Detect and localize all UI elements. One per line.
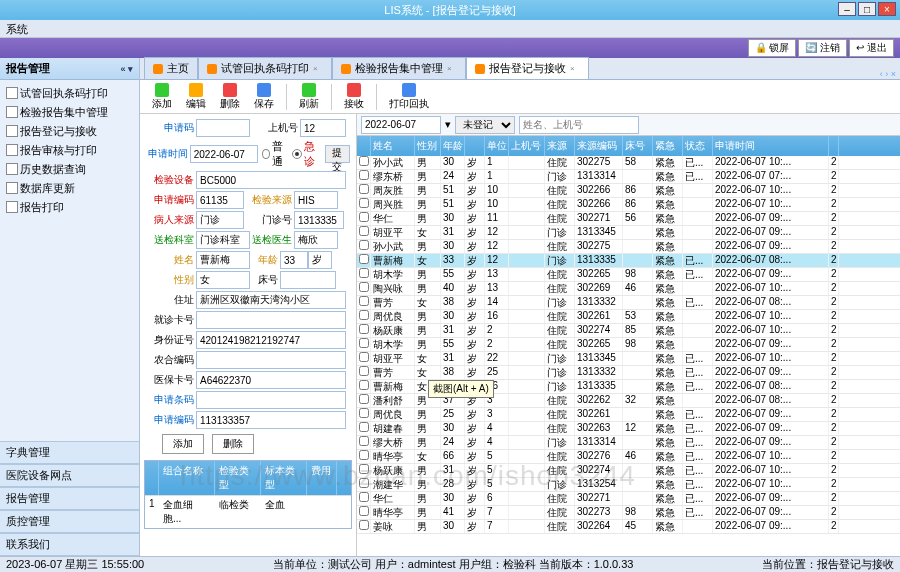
row-checkbox[interactable] [359,324,369,334]
apply-time-input[interactable] [190,145,258,163]
row-checkbox[interactable] [359,310,369,320]
tab-barcode[interactable]: 试管回执条码打印× [198,57,332,79]
receive-button[interactable]: 接收 [338,81,370,113]
doctor-input[interactable] [294,231,338,249]
nav-item[interactable]: 报告打印 [2,198,137,217]
radio-urgent[interactable] [292,149,302,159]
grid-row[interactable]: 曹芳女38岁25门诊1313332紧急已...2022-06-07 09:...… [357,366,900,380]
grid-row[interactable]: 杨跃康男31岁2住院30227485紧急2022-06-07 10:...2 [357,324,900,338]
row-checkbox[interactable] [359,198,369,208]
row-checkbox[interactable] [359,394,369,404]
clinic-input[interactable] [294,211,344,229]
row-checkbox[interactable] [359,478,369,488]
row-checkbox[interactable] [359,268,369,278]
grid-body[interactable]: 孙小武男30岁1住院30227558紧急已...2022-06-07 10:..… [357,156,900,556]
ageu-input[interactable] [308,251,332,269]
close-icon[interactable]: × [313,64,323,74]
logout-button[interactable]: 🔄 注销 [798,39,847,57]
acode-input[interactable] [196,411,346,429]
grid-row[interactable]: 孙小武男30岁1住院30227558紧急已...2022-06-07 10:..… [357,156,900,170]
grid-row[interactable]: 胡木学男55岁13住院30226598紧急已...2022-06-07 09:.… [357,268,900,282]
add-button[interactable]: 添加 [146,81,178,113]
machine-input[interactable] [300,119,346,137]
radio-normal[interactable] [262,149,271,159]
row-checkbox[interactable] [359,338,369,348]
insurance-input[interactable] [196,371,346,389]
grid-row[interactable]: 杨跃康男31岁5住院302274紧急已...2022-06-07 10:...2 [357,464,900,478]
nav-item[interactable]: 检验报告集中管理 [2,103,137,122]
row-checkbox[interactable] [359,254,369,264]
row-checkbox[interactable] [359,506,369,516]
menu-system[interactable]: 系统 [6,23,28,35]
grid-row[interactable]: 胡亚平女31岁12门诊1313345紧急2022-06-07 09:...2 [357,226,900,240]
del-test-button[interactable]: 删除 [212,434,254,454]
row-checkbox[interactable] [359,352,369,362]
tab-register[interactable]: 报告登记与接收× [466,57,589,79]
row-checkbox[interactable] [359,282,369,292]
apply-code-input[interactable] [196,119,250,137]
close-button[interactable]: × [878,2,896,16]
nav-item[interactable]: 历史数据查询 [2,160,137,179]
refresh-button[interactable]: 刷新 [293,81,325,113]
bed-input[interactable] [280,271,336,289]
row-checkbox[interactable] [359,380,369,390]
nav-item[interactable]: 数据库更新 [2,179,137,198]
lock-button[interactable]: 🔒 锁屏 [748,39,797,57]
grid-row[interactable]: 周优良男30岁16住院30226153紧急2022-06-07 10:...2 [357,310,900,324]
grid-row[interactable]: 潮建华男28岁5门诊1313254紧急已...2022-06-07 10:...… [357,478,900,492]
tab-home[interactable]: 主页 [144,57,198,79]
dept-input[interactable] [196,231,250,249]
row-checkbox[interactable] [359,408,369,418]
row-checkbox[interactable] [359,492,369,502]
row-checkbox[interactable] [359,520,369,530]
name-input[interactable] [196,251,250,269]
grid-row[interactable]: 陶兴咏男40岁13住院30226946紧急2022-06-07 10:...2 [357,282,900,296]
tab-reports[interactable]: 检验报告集中管理× [332,57,466,79]
collapse-icon[interactable]: « ▾ [120,64,133,74]
edit-button[interactable]: 编辑 [180,81,212,113]
close-icon[interactable]: × [570,64,580,74]
grid-row[interactable]: 周兴胜男51岁10住院30226686紧急2022-06-07 10:...2 [357,198,900,212]
grid-row[interactable]: 晴华亭女66岁5住院30227646紧急已...2022-06-07 10:..… [357,450,900,464]
row-checkbox[interactable] [359,212,369,222]
grid-row[interactable]: 缪东桥男24岁1门诊1313314紧急已...2022-06-07 07:...… [357,170,900,184]
nav-category[interactable]: 医院设备网点 [0,464,139,487]
grid-row[interactable]: 华仁男30岁6住院302271紧急已...2022-06-07 09:...2 [357,492,900,506]
nav-category[interactable]: 联系我们 [0,533,139,556]
grid-row[interactable]: 周灰胜男51岁10住院30226686紧急2022-06-07 10:...2 [357,184,900,198]
grid-row[interactable]: 周优良男25岁3住院302261紧急已...2022-06-07 09:...2 [357,408,900,422]
row-checkbox[interactable] [359,422,369,432]
nav-category[interactable]: 质控管理 [0,510,139,533]
filter-search[interactable] [519,116,639,134]
row-checkbox[interactable] [359,450,369,460]
psrc-input[interactable] [196,211,244,229]
delete-button[interactable]: 删除 [214,81,246,113]
filter-date[interactable] [361,116,441,134]
farm-input[interactable] [196,351,346,369]
sex-input[interactable] [196,271,250,289]
row-checkbox[interactable] [359,170,369,180]
id-input[interactable] [196,331,346,349]
age-input[interactable] [280,251,308,269]
maximize-button[interactable]: □ [858,2,876,16]
row-checkbox[interactable] [359,464,369,474]
row-checkbox[interactable] [359,436,369,446]
visit-input[interactable] [196,311,346,329]
row-checkbox[interactable] [359,240,369,250]
device-input[interactable] [196,171,346,189]
save-button[interactable]: 保存 [248,81,280,113]
nav-category[interactable]: 报告管理 [0,487,139,510]
nav-item[interactable]: 试管回执条码打印 [2,84,137,103]
mdi-controls[interactable]: ‹ › × [876,69,900,79]
barcode-input[interactable] [196,391,346,409]
print-button[interactable]: 打印回执 [383,81,435,113]
test-row[interactable]: 1全血细胞...临检类全血 [145,495,351,528]
sample-input[interactable] [196,191,244,209]
addr-input[interactable] [196,291,346,309]
nav-category[interactable]: 字典管理 [0,441,139,464]
row-checkbox[interactable] [359,156,369,166]
grid-row[interactable]: 孙小武男30岁12住院302275紧急2022-06-07 09:...2 [357,240,900,254]
grid-row[interactable]: 缪大桥男24岁4门诊1313314紧急已...2022-06-07 09:...… [357,436,900,450]
grid-row[interactable]: 胡亚平女31岁22门诊1313345紧急已...2022-06-07 10:..… [357,352,900,366]
grid-row[interactable]: 晴华亭男41岁7住院30227398紧急已...2022-06-07 09:..… [357,506,900,520]
